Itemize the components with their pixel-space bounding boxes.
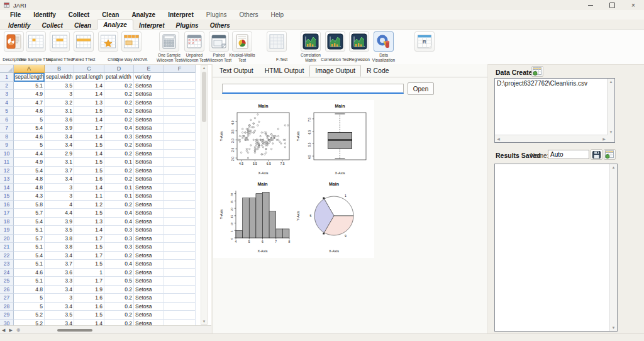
cell-c3[interactable]: 1.4 bbox=[74, 90, 104, 99]
cell-f24[interactable] bbox=[164, 269, 196, 277]
cell-e8[interactable]: Setosa bbox=[134, 133, 164, 142]
cell-f7[interactable] bbox=[164, 124, 196, 133]
one-sample-wilcoxon-button[interactable]: One Sample Wilcoxon Test bbox=[158, 31, 180, 64]
list-horizontal-scrollbar[interactable]: ◀ ▶ bbox=[495, 135, 608, 142]
ribbon-tab-identify[interactable]: Identify bbox=[3, 21, 36, 30]
column-header-b[interactable]: B bbox=[45, 65, 74, 73]
cell-d28[interactable]: 0.4 bbox=[104, 303, 134, 311]
cell-c2[interactable]: 1.4 bbox=[74, 82, 104, 91]
cell-b7[interactable]: 3.9 bbox=[45, 124, 74, 133]
image-file-input[interactable] bbox=[222, 84, 404, 94]
cell-e2[interactable]: Setosa bbox=[134, 82, 164, 91]
cell-d24[interactable]: 0.2 bbox=[104, 269, 134, 277]
scroll-up-icon[interactable]: ▲ bbox=[610, 165, 617, 169]
cell-c9[interactable]: 1.5 bbox=[74, 141, 104, 150]
cell-e27[interactable]: Setosa bbox=[134, 294, 164, 303]
tab-r-code[interactable]: R Code bbox=[361, 65, 395, 77]
cell-a20[interactable]: 5.7 bbox=[14, 235, 45, 243]
cell-b22[interactable]: 3.4 bbox=[45, 252, 74, 260]
cell-c27[interactable]: 1.6 bbox=[74, 294, 104, 303]
cell-c13[interactable]: 1.6 bbox=[74, 175, 104, 184]
cell-b1[interactable]: sepal.width bbox=[45, 73, 74, 82]
row-header-1[interactable]: 1 bbox=[0, 73, 14, 82]
cell-d26[interactable]: 0.2 bbox=[104, 286, 134, 294]
row-header-8[interactable]: 8 bbox=[0, 133, 14, 142]
cell-b4[interactable]: 3.2 bbox=[45, 99, 74, 108]
cell-d22[interactable]: 0.2 bbox=[104, 252, 134, 260]
cell-d17[interactable]: 0.4 bbox=[104, 209, 134, 218]
cell-f26[interactable] bbox=[164, 286, 196, 294]
cell-d2[interactable]: 0.2 bbox=[104, 82, 134, 91]
correlation-matrix-button[interactable]: Correlation Matrix bbox=[300, 31, 321, 64]
cell-b24[interactable]: 3.6 bbox=[45, 269, 74, 277]
row-header-27[interactable]: 27 bbox=[0, 294, 14, 303]
column-header-f[interactable]: F bbox=[164, 65, 196, 73]
cell-b15[interactable]: 3 bbox=[45, 192, 74, 201]
tab-text-output[interactable]: Text Output bbox=[214, 65, 259, 77]
close-button[interactable]: × bbox=[623, 0, 644, 10]
cell-a4[interactable]: 4.7 bbox=[14, 99, 45, 108]
sheet-prev-icon[interactable]: ◀ bbox=[0, 328, 7, 333]
ribbon-tab-interpret[interactable]: Interpret bbox=[133, 21, 170, 30]
cell-e3[interactable]: Setosa bbox=[134, 90, 164, 99]
cell-f15[interactable] bbox=[164, 192, 196, 201]
cell-f27[interactable] bbox=[164, 294, 196, 303]
cell-b25[interactable]: 3.3 bbox=[45, 277, 74, 286]
cell-b23[interactable]: 3.7 bbox=[45, 260, 74, 269]
cell-f4[interactable] bbox=[164, 99, 196, 108]
cell-d25[interactable]: 0.5 bbox=[104, 277, 134, 286]
list-item[interactable]: D:\project6327762\Clean\iris.csv bbox=[495, 79, 607, 88]
sheet-next-icon[interactable]: ▶ bbox=[7, 328, 14, 333]
cell-a22[interactable]: 5.4 bbox=[14, 252, 45, 260]
cell-d13[interactable]: 0.2 bbox=[104, 175, 134, 184]
cell-c28[interactable]: 1.6 bbox=[74, 303, 104, 311]
cell-d6[interactable]: 0.2 bbox=[104, 116, 134, 125]
row-header-7[interactable]: 7 bbox=[0, 124, 14, 133]
one-sample-ttest-button[interactable]: One Sample TTest bbox=[25, 31, 47, 64]
cell-f17[interactable] bbox=[164, 209, 196, 218]
result-name-input[interactable] bbox=[548, 150, 589, 159]
row-header-18[interactable]: 18 bbox=[0, 218, 14, 226]
cell-d4[interactable]: 0.2 bbox=[104, 99, 134, 108]
cell-f5[interactable] bbox=[164, 107, 196, 116]
ribbon-tab-analyze[interactable]: Analyze bbox=[97, 20, 133, 30]
r-table-button[interactable]: R bbox=[414, 31, 435, 52]
cell-b2[interactable]: 3.5 bbox=[45, 82, 74, 91]
cell-e6[interactable]: Setosa bbox=[134, 116, 164, 125]
cell-a29[interactable]: 5.2 bbox=[14, 311, 45, 320]
cell-b27[interactable]: 3 bbox=[45, 294, 74, 303]
cell-a25[interactable]: 5.1 bbox=[14, 277, 45, 286]
cell-d23[interactable]: 0.4 bbox=[104, 260, 134, 269]
cell-f25[interactable] bbox=[164, 277, 196, 286]
cell-b28[interactable]: 3.4 bbox=[45, 303, 74, 311]
row-header-28[interactable]: 28 bbox=[0, 303, 14, 311]
row-header-15[interactable]: 15 bbox=[0, 192, 14, 201]
cell-a2[interactable]: 5.1 bbox=[14, 82, 45, 91]
list-vertical-scrollbar[interactable]: ▲ ▼ bbox=[607, 79, 614, 142]
cell-d18[interactable]: 0.4 bbox=[104, 218, 134, 226]
row-header-3[interactable]: 3 bbox=[0, 90, 14, 99]
row-header-10[interactable]: 10 bbox=[0, 150, 14, 159]
tab-image-output[interactable]: Image Output bbox=[309, 65, 361, 77]
cell-c17[interactable]: 1.5 bbox=[74, 209, 104, 218]
cell-e17[interactable]: Setosa bbox=[134, 209, 164, 218]
cell-c18[interactable]: 1.3 bbox=[74, 218, 104, 226]
cell-a8[interactable]: 4.6 bbox=[14, 133, 45, 142]
cell-a24[interactable]: 4.6 bbox=[14, 269, 45, 277]
cell-d15[interactable]: 0.1 bbox=[104, 192, 134, 201]
ribbon-tab-collect[interactable]: Collect bbox=[36, 21, 69, 30]
cell-a18[interactable]: 5.4 bbox=[14, 218, 45, 226]
row-header-22[interactable]: 22 bbox=[0, 252, 14, 260]
cell-b5[interactable]: 3.1 bbox=[45, 107, 74, 116]
cell-a21[interactable]: 5.1 bbox=[14, 243, 45, 252]
cell-d21[interactable]: 0.3 bbox=[104, 243, 134, 252]
cell-c29[interactable]: 1.5 bbox=[74, 311, 104, 320]
cell-c21[interactable]: 1.5 bbox=[74, 243, 104, 252]
cell-c16[interactable]: 1.2 bbox=[74, 201, 104, 210]
cell-e18[interactable]: Setosa bbox=[134, 218, 164, 226]
cell-a26[interactable]: 4.8 bbox=[14, 286, 45, 294]
cell-b6[interactable]: 3.6 bbox=[45, 116, 74, 125]
cell-a9[interactable]: 5 bbox=[14, 141, 45, 150]
cell-e25[interactable]: Setosa bbox=[134, 277, 164, 286]
row-header-20[interactable]: 20 bbox=[0, 235, 14, 243]
